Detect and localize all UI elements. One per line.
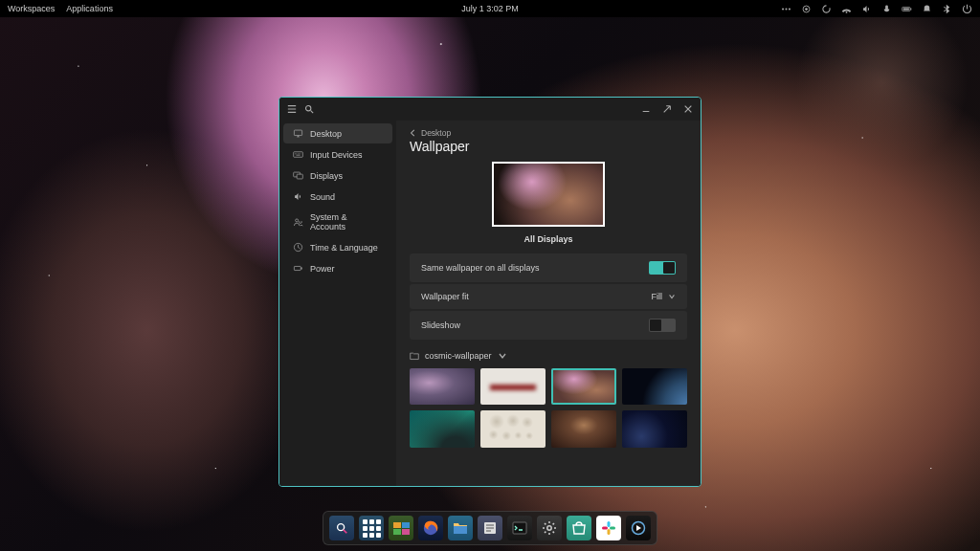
wallpaper-thumb[interactable] bbox=[410, 368, 475, 405]
shop-icon bbox=[571, 520, 587, 536]
sidebar-item-label: Power bbox=[310, 264, 335, 274]
sidebar-item-label: Desktop bbox=[310, 129, 342, 139]
select-value: Fill bbox=[652, 292, 663, 301]
dock-item-terminal[interactable] bbox=[507, 516, 532, 540]
row-label: Wallpaper fit bbox=[421, 292, 469, 301]
battery-icon bbox=[293, 263, 303, 274]
sidebar-item-label: Input Devices bbox=[310, 150, 363, 160]
svg-point-15 bbox=[296, 218, 299, 221]
toggle-slideshow[interactable] bbox=[649, 319, 676, 332]
sidebar-item-label: Time & Language bbox=[310, 243, 378, 253]
svg-rect-23 bbox=[513, 522, 526, 534]
svg-point-24 bbox=[547, 526, 551, 530]
wallpaper-fit-select[interactable]: Fill bbox=[652, 292, 677, 301]
dock-item-editor[interactable] bbox=[478, 516, 502, 540]
wallpaper-grid bbox=[410, 368, 687, 448]
workspaces-menu[interactable]: Workspaces bbox=[8, 4, 55, 13]
folder-icon bbox=[453, 520, 468, 536]
sidebar-item-input-devices[interactable]: Input Devices bbox=[283, 144, 392, 165]
dock-item-launcher[interactable] bbox=[359, 516, 384, 540]
svg-rect-12 bbox=[294, 152, 303, 158]
sidebar-item-time-language[interactable]: Time & Language bbox=[283, 237, 392, 257]
chevron-down-icon bbox=[668, 293, 676, 300]
power-icon[interactable] bbox=[962, 4, 972, 14]
breadcrumb-label: Desktop bbox=[421, 128, 451, 138]
dock bbox=[323, 511, 657, 545]
status-area[interactable] bbox=[781, 4, 972, 14]
gear-icon bbox=[542, 520, 557, 536]
sidebar-item-displays[interactable]: Displays bbox=[283, 165, 392, 186]
wallpaper-thumb[interactable] bbox=[622, 368, 687, 405]
svg-rect-28 bbox=[602, 527, 608, 530]
keyboard-icon bbox=[293, 149, 303, 160]
svg-point-2 bbox=[789, 8, 791, 10]
dock-item-media[interactable] bbox=[626, 516, 651, 540]
window-titlebar[interactable] bbox=[279, 98, 701, 121]
sidebar-item-label: Displays bbox=[310, 171, 343, 181]
battery-icon[interactable] bbox=[902, 4, 912, 14]
clock[interactable]: July 1 3:02 PM bbox=[461, 4, 519, 13]
dock-item-firefox[interactable] bbox=[418, 516, 443, 540]
firefox-icon bbox=[422, 519, 439, 537]
sidebar-item-system-accounts[interactable]: System & Accounts bbox=[283, 208, 392, 236]
wallpaper-thumb[interactable] bbox=[410, 410, 475, 447]
wallpaper-thumb[interactable] bbox=[622, 410, 687, 447]
record-icon[interactable] bbox=[801, 4, 812, 14]
row-slideshow: Slideshow bbox=[410, 311, 687, 340]
sidebar-item-power[interactable]: Power bbox=[283, 258, 392, 278]
svg-point-10 bbox=[306, 106, 311, 111]
wallpaper-preview bbox=[492, 162, 605, 227]
editor-icon bbox=[482, 520, 498, 536]
dock-item-slack[interactable] bbox=[596, 516, 621, 540]
users-icon bbox=[293, 217, 303, 228]
network-icon[interactable] bbox=[841, 4, 852, 14]
dock-item-search[interactable] bbox=[329, 516, 354, 540]
svg-point-5 bbox=[846, 11, 848, 13]
minimize-icon[interactable] bbox=[641, 104, 651, 114]
desktop-icon bbox=[293, 128, 303, 139]
menu-icon[interactable] bbox=[287, 104, 297, 114]
close-icon[interactable] bbox=[683, 104, 693, 114]
displays-icon bbox=[293, 170, 303, 181]
refresh-icon[interactable] bbox=[821, 4, 832, 14]
svg-rect-26 bbox=[610, 527, 615, 530]
top-panel: Workspaces Applications July 1 3:02 PM bbox=[0, 0, 980, 17]
terminal-icon bbox=[512, 520, 527, 536]
dock-item-workspaces[interactable] bbox=[389, 516, 413, 540]
sidebar-item-sound[interactable]: Sound bbox=[283, 187, 392, 207]
chevron-down-icon bbox=[498, 351, 507, 361]
applications-menu[interactable]: Applications bbox=[66, 4, 113, 13]
bluetooth-icon[interactable] bbox=[942, 4, 952, 14]
wallpaper-folder-select[interactable]: cosmic-wallpaper bbox=[410, 351, 687, 361]
folder-name: cosmic-wallpaper bbox=[425, 351, 492, 361]
wallpaper-thumb[interactable] bbox=[480, 410, 546, 447]
mic-icon[interactable] bbox=[881, 4, 892, 14]
settings-content: Desktop Wallpaper All Displays Same wall… bbox=[396, 121, 701, 486]
dock-item-pop-shop[interactable] bbox=[567, 516, 591, 540]
settings-sidebar: Desktop Input Devices Displays Sound Sys… bbox=[279, 121, 396, 486]
clock-icon bbox=[293, 242, 303, 253]
dock-item-files[interactable] bbox=[448, 516, 473, 540]
section-label: All Displays bbox=[410, 234, 687, 244]
notifications-icon[interactable] bbox=[922, 4, 932, 14]
breadcrumb[interactable]: Desktop bbox=[410, 128, 687, 138]
svg-rect-8 bbox=[903, 8, 909, 10]
toggle-same-wallpaper[interactable] bbox=[649, 261, 676, 275]
volume-icon[interactable] bbox=[861, 4, 872, 14]
row-label: Same wallpaper on all displays bbox=[421, 263, 540, 273]
sidebar-item-desktop[interactable]: Desktop bbox=[283, 123, 392, 143]
maximize-icon[interactable] bbox=[662, 104, 672, 114]
svg-rect-11 bbox=[294, 130, 301, 136]
wallpaper-thumb[interactable] bbox=[551, 410, 616, 447]
slack-icon bbox=[601, 520, 616, 536]
wallpaper-thumb[interactable] bbox=[551, 368, 616, 405]
menu-icon[interactable] bbox=[781, 4, 791, 14]
svg-point-19 bbox=[338, 524, 345, 531]
workspaces-icon bbox=[393, 522, 410, 535]
dock-item-settings[interactable] bbox=[537, 516, 562, 540]
page-title: Wallpaper bbox=[410, 139, 687, 154]
wallpaper-thumb[interactable] bbox=[480, 368, 546, 405]
search-icon[interactable] bbox=[304, 104, 314, 114]
sidebar-item-label: System & Accounts bbox=[310, 212, 383, 231]
media-icon bbox=[631, 520, 646, 536]
